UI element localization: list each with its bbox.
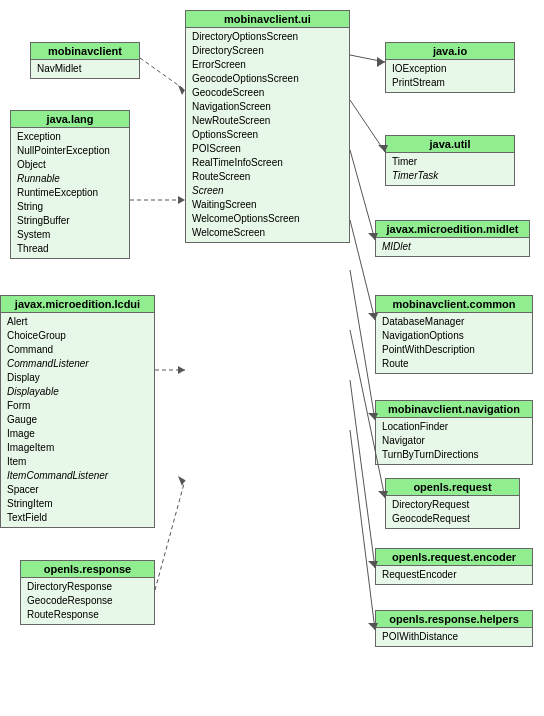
svg-line-8 — [350, 150, 375, 240]
box-item: GeocodeOptionsScreen — [192, 72, 343, 86]
box-item: String — [17, 200, 123, 214]
box-item: Form — [7, 399, 148, 413]
box-item: RouteResponse — [27, 608, 148, 622]
box-item: RequestEncoder — [382, 568, 526, 582]
box-item: GeocodeScreen — [192, 86, 343, 100]
box-item: Navigator — [382, 434, 526, 448]
box-item: RuntimeException — [17, 186, 123, 200]
uml-diagram: mobinavclient.uiDirectoryOptionsScreenDi… — [0, 0, 544, 716]
svg-marker-11 — [178, 366, 185, 374]
box-openls_response: openls.responseDirectoryResponseGeocodeR… — [20, 560, 155, 625]
box-mobinavclient_common: mobinavclient.commonDatabaseManagerNavig… — [375, 295, 533, 374]
box-item: NewRouteScreen — [192, 114, 343, 128]
box-item: System — [17, 228, 123, 242]
svg-line-22 — [155, 480, 185, 590]
box-item: DirectoryScreen — [192, 44, 343, 58]
box-javax_microedition_lcdui: javax.microedition.lcduiAlertChoiceGroup… — [0, 295, 155, 528]
box-item: DirectoryRequest — [392, 498, 513, 512]
box-body-mobinavclient_navigation: LocationFinderNavigatorTurnByTurnDirecti… — [376, 418, 532, 464]
box-item: Image — [7, 427, 148, 441]
svg-line-2 — [350, 55, 385, 62]
box-header-openls_response: openls.response — [21, 561, 154, 578]
box-javax_microedition_midlet: javax.microedition.midletMIDlet — [375, 220, 530, 257]
box-header-javax_microedition_midlet: javax.microedition.midlet — [376, 221, 529, 238]
box-item: Timer — [392, 155, 508, 169]
box-header-java_io: java.io — [386, 43, 514, 60]
box-item: Display — [7, 371, 148, 385]
box-openls_request_encoder: openls.request.encoderRequestEncoder — [375, 548, 533, 585]
box-item: ErrorScreen — [192, 58, 343, 72]
box-item: Displayable — [7, 385, 148, 399]
box-header-mobinavclient: mobinavclient — [31, 43, 139, 60]
box-body-java_io: IOExceptionPrintStream — [386, 60, 514, 92]
box-item: Item — [7, 455, 148, 469]
box-java_util: java.utilTimerTimerTask — [385, 135, 515, 186]
box-item: POIWithDistance — [382, 630, 526, 644]
box-item: NavMidlet — [37, 62, 133, 76]
svg-line-20 — [350, 430, 375, 630]
box-item: NavigationOptions — [382, 329, 526, 343]
box-body-mobinavclient_common: DatabaseManagerNavigationOptionsPointWit… — [376, 313, 532, 373]
box-mobinavclient_ui: mobinavclient.uiDirectoryOptionsScreenDi… — [185, 10, 350, 243]
box-item: Command — [7, 343, 148, 357]
svg-marker-1 — [178, 85, 185, 95]
box-item: TextField — [7, 511, 148, 525]
box-item: CommandListener — [7, 357, 148, 371]
box-mobinavclient: mobinavclientNavMidlet — [30, 42, 140, 79]
box-item: Thread — [17, 242, 123, 256]
box-header-openls_request: openls.request — [386, 479, 519, 496]
box-body-openls_response_helpers: POIWithDistance — [376, 628, 532, 646]
box-item: WaitingScreen — [192, 198, 343, 212]
box-item: ItemCommandListener — [7, 469, 148, 483]
box-item: NullPointerException — [17, 144, 123, 158]
box-item: MIDlet — [382, 240, 523, 254]
box-item: DirectoryResponse — [27, 580, 148, 594]
box-header-openls_response_helpers: openls.response.helpers — [376, 611, 532, 628]
box-item: NavigationScreen — [192, 100, 343, 114]
box-item: GeocodeRequest — [392, 512, 513, 526]
svg-marker-7 — [178, 196, 185, 204]
box-item: DatabaseManager — [382, 315, 526, 329]
box-java_io: java.ioIOExceptionPrintStream — [385, 42, 515, 93]
box-item: Exception — [17, 130, 123, 144]
box-item: TimerTask — [392, 169, 508, 183]
svg-marker-3 — [377, 57, 385, 67]
box-body-mobinavclient_ui: DirectoryOptionsScreenDirectoryScreenErr… — [186, 28, 349, 242]
box-body-javax_microedition_lcdui: AlertChoiceGroupCommandCommandListenerDi… — [1, 313, 154, 527]
box-openls_request: openls.requestDirectoryRequestGeocodeReq… — [385, 478, 520, 529]
box-header-mobinavclient_navigation: mobinavclient.navigation — [376, 401, 532, 418]
box-header-mobinavclient_ui: mobinavclient.ui — [186, 11, 349, 28]
box-header-java_util: java.util — [386, 136, 514, 153]
box-body-openls_request_encoder: RequestEncoder — [376, 566, 532, 584]
box-item: Runnable — [17, 172, 123, 186]
box-header-java_lang: java.lang — [11, 111, 129, 128]
box-body-java_util: TimerTimerTask — [386, 153, 514, 185]
box-item: POIScreen — [192, 142, 343, 156]
svg-line-12 — [350, 220, 375, 320]
box-item: ChoiceGroup — [7, 329, 148, 343]
svg-line-18 — [350, 380, 375, 568]
box-item: RouteScreen — [192, 170, 343, 184]
box-body-mobinavclient: NavMidlet — [31, 60, 139, 78]
box-item: PrintStream — [392, 76, 508, 90]
box-body-openls_request: DirectoryRequestGeocodeRequest — [386, 496, 519, 528]
box-header-mobinavclient_common: mobinavclient.common — [376, 296, 532, 313]
box-item: GeocodeResponse — [27, 594, 148, 608]
box-item: WelcomeOptionsScreen — [192, 212, 343, 226]
box-mobinavclient_navigation: mobinavclient.navigationLocationFinderNa… — [375, 400, 533, 465]
box-item: WelcomeScreen — [192, 226, 343, 240]
box-body-openls_response: DirectoryResponseGeocodeResponseRouteRes… — [21, 578, 154, 624]
box-item: Gauge — [7, 413, 148, 427]
box-java_lang: java.langExceptionNullPointerExceptionOb… — [10, 110, 130, 259]
svg-marker-23 — [178, 476, 185, 486]
box-item: RealTimeInfoScreen — [192, 156, 343, 170]
box-item: DirectoryOptionsScreen — [192, 30, 343, 44]
box-item: Route — [382, 357, 526, 371]
box-openls_response_helpers: openls.response.helpersPOIWithDistance — [375, 610, 533, 647]
box-item: StringBuffer — [17, 214, 123, 228]
svg-line-14 — [350, 270, 375, 420]
box-item: Screen — [192, 184, 343, 198]
svg-line-0 — [140, 58, 185, 90]
box-item: Alert — [7, 315, 148, 329]
box-item: IOException — [392, 62, 508, 76]
